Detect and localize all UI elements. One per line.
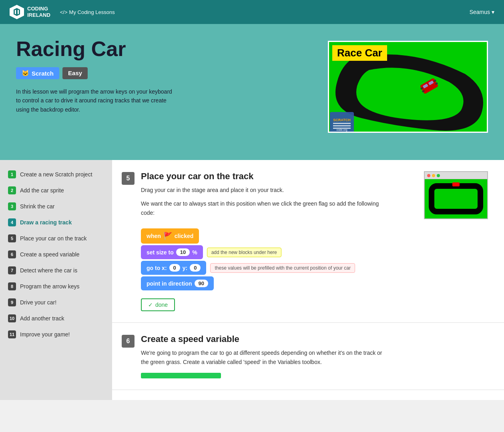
section5-body: Place your car on the track Drag your ca…: [141, 171, 488, 311]
main-layout: 1 Create a new Scratch project 2 Add the…: [0, 160, 504, 400]
header-left: CODING IRELAND </> My Coding Lessons: [10, 5, 115, 19]
block-row-direction: point in direction 90: [141, 276, 488, 290]
section6-num: 6: [122, 335, 135, 348]
sidebar-num-10: 10: [8, 314, 16, 322]
done-check-icon: ✓: [148, 302, 153, 308]
section5-title: Place your car on the track: [141, 171, 389, 182]
page-title: Racing Car: [16, 37, 328, 61]
section5-desc2: We want the car to always start in this …: [141, 199, 389, 217]
section5-header: 5 Place your car on the track Drag your …: [122, 171, 488, 311]
sidebar-num-9: 9: [8, 298, 16, 306]
code-area: when 🚩 clicked set size to 10 %: [141, 228, 488, 290]
sidebar-label-9: Drive your car!: [20, 299, 56, 306]
sidebar-num-7: 7: [8, 266, 16, 274]
section6-header: 6 Create a speed variable We're going to…: [122, 334, 488, 378]
block-when-clicked: when 🚩 clicked: [141, 228, 199, 244]
sidebar-item-7[interactable]: 7 Detect where the car is: [0, 262, 112, 278]
sidebar-label-4: Draw a racing track: [20, 219, 72, 226]
sidebar-num-8: 8: [8, 282, 16, 290]
sidebar-num-4: 4: [8, 218, 16, 226]
track-inner: [429, 183, 483, 214]
sidebar-label-11: Improve your game!: [20, 331, 70, 338]
sidebar-num-1: 1: [8, 170, 16, 178]
hero-image-title: Race Car: [332, 45, 387, 61]
sidebar-item-9[interactable]: 9 Drive your car!: [0, 294, 112, 310]
sidebar-num-5: 5: [8, 234, 16, 242]
sidebar-item-8[interactable]: 8 Program the arrow keys: [0, 278, 112, 294]
annotation-2: these values will be prefilled with the …: [210, 263, 355, 273]
logo-text: CODING IRELAND: [27, 6, 50, 18]
sidebar-num-6: 6: [8, 250, 16, 258]
sidebar-num-3: 3: [8, 202, 16, 210]
done-label: done: [155, 302, 168, 308]
content-area: 5 Place your car on the track Drag your …: [112, 160, 504, 400]
header: CODING IRELAND </> My Coding Lessons Sea…: [0, 0, 504, 24]
hero-section: Racing Car 🐱 Scratch Easy In this lesson…: [0, 24, 504, 160]
sidebar-label-1: Create a new Scratch project: [20, 171, 92, 178]
sidebar-label-3: Shrink the car: [20, 203, 54, 210]
x-value: 0: [169, 264, 180, 272]
svg-rect-2: [15, 10, 16, 14]
section5-text: Place your car on the track Drag your ca…: [141, 171, 389, 222]
size-value: 10: [176, 248, 190, 256]
svg-rect-15: [333, 125, 351, 126]
sidebar-item-10[interactable]: 10 Add another track: [0, 310, 112, 326]
block-goto: go to x: 0 y: 0: [141, 261, 206, 275]
sidebar-num-2: 2: [8, 186, 16, 194]
section5-top: Place your car on the track Drag your ca…: [141, 171, 488, 222]
block-row-size: set size to 10 % add the new blocks unde…: [141, 245, 488, 259]
sidebar-label-8: Program the arrow keys: [20, 283, 80, 290]
sidebar-label-5: Place your car on the track: [20, 235, 87, 242]
user-menu[interactable]: Seamus ▾: [470, 9, 494, 15]
svg-rect-14: [333, 123, 351, 124]
nav-link[interactable]: </> My Coding Lessons: [60, 9, 115, 15]
section6-title: Create a speed variable: [141, 334, 488, 344]
section5-num: 5: [122, 172, 135, 185]
block-row-when: when 🚩 clicked: [141, 228, 488, 244]
scratch-badge: 🐱 Scratch: [16, 67, 59, 79]
direction-value: 90: [195, 280, 208, 287]
hero-image: Race Car SCRATCH: [328, 41, 488, 133]
section6-desc: We're going to program the car to go at …: [141, 348, 389, 366]
logo[interactable]: CODING IRELAND: [10, 5, 50, 19]
block-row-goto: go to x: 0 y: 0 these values will be pre…: [141, 261, 488, 275]
svg-text:SCRATCH: SCRATCH: [333, 118, 350, 122]
y-value: 0: [190, 264, 201, 272]
lesson-section-6: 6 Create a speed variable We're going to…: [112, 323, 504, 390]
badges: 🐱 Scratch Easy: [16, 67, 328, 79]
svg-rect-3: [18, 10, 19, 14]
section5-desc1: Drag your car in the stage area and plac…: [141, 186, 389, 194]
block-set-size: set size to 10 %: [141, 245, 203, 259]
sidebar-item-1[interactable]: 1 Create a new Scratch project: [0, 166, 112, 182]
svg-marker-1: [14, 8, 20, 16]
sidebar-item-6[interactable]: 6 Create a speed variable: [0, 246, 112, 262]
section5-image: [424, 171, 488, 219]
logo-icon: [10, 5, 24, 19]
sidebar-label-10: Add another track: [20, 315, 64, 322]
sidebar: 1 Create a new Scratch project 2 Add the…: [0, 160, 112, 400]
sidebar-item-11[interactable]: 11 Improve your game!: [0, 326, 112, 342]
sidebar-item-4[interactable]: 4 Draw a racing track: [0, 214, 112, 230]
done-button[interactable]: ✓ done: [141, 298, 175, 311]
hero-description: In this lesson we will program the arrow…: [16, 87, 176, 114]
section6-bar: [141, 373, 221, 378]
annotation-1: add the new blocks under here: [207, 248, 281, 257]
sidebar-item-5[interactable]: 5 Place your car on the track: [0, 230, 112, 246]
svg-text:code.org: code.org: [336, 128, 347, 132]
sidebar-label-2: Add the car sprite: [20, 187, 64, 194]
car-dot: [452, 182, 460, 186]
hero-left: Racing Car 🐱 Scratch Easy In this lesson…: [16, 37, 328, 114]
lesson-section-5: 5 Place your car on the track Drag your …: [112, 160, 504, 323]
easy-badge: Easy: [62, 67, 88, 79]
flag-icon: 🚩: [163, 232, 172, 240]
sidebar-label-6: Create a speed variable: [20, 251, 80, 258]
sidebar-label-7: Detect where the car is: [20, 267, 77, 274]
sidebar-num-11: 11: [8, 330, 16, 338]
sidebar-item-3[interactable]: 3 Shrink the car: [0, 198, 112, 214]
block-direction: point in direction 90: [141, 276, 214, 290]
sidebar-item-2[interactable]: 2 Add the car sprite: [0, 182, 112, 198]
section6-body: Create a speed variable We're going to p…: [141, 334, 488, 378]
